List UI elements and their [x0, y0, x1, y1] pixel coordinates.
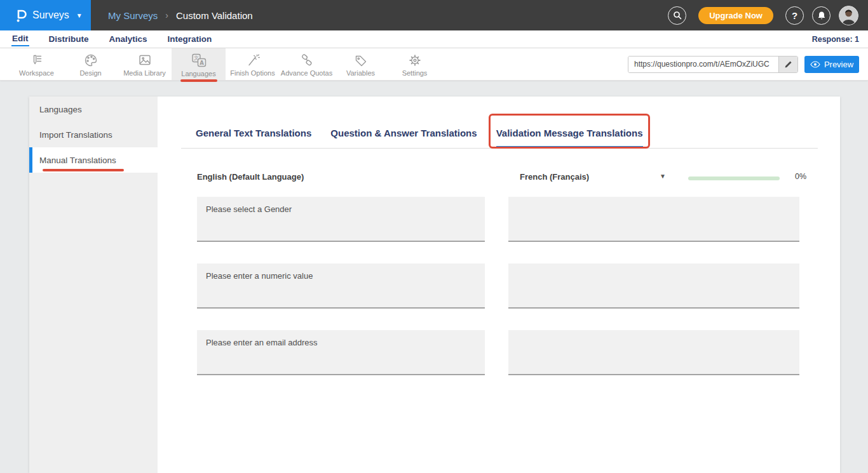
- chevron-down-icon[interactable]: ▼: [660, 173, 666, 180]
- survey-nav: Edit Distribute Analytics Integration Re…: [0, 30, 868, 48]
- search-button[interactable]: [668, 6, 686, 25]
- preview-label: Preview: [824, 60, 853, 69]
- preview-button[interactable]: Preview: [804, 56, 859, 73]
- toolbar-item-media-library[interactable]: Media Library: [118, 48, 172, 80]
- magic-wand-icon: [245, 53, 261, 67]
- tab-edit[interactable]: Edit: [11, 32, 29, 46]
- toolbar-item-label: Languages: [181, 70, 215, 77]
- sidebar-item-import-translations[interactable]: Import Translations: [29, 122, 158, 147]
- tab-general-text-translations[interactable]: General Text Translations: [196, 120, 311, 148]
- target-textarea-email[interactable]: [508, 330, 799, 375]
- toolbar-item-workspace[interactable]: Workspace: [10, 48, 64, 80]
- toolbar-item-label: Workspace: [19, 69, 54, 77]
- sidebar-item-label: Languages: [39, 105, 82, 114]
- image-icon: [137, 53, 153, 67]
- toolbar-item-design[interactable]: Design: [64, 48, 118, 80]
- translation-progress-bar: [688, 177, 780, 180]
- search-icon: [673, 11, 682, 20]
- upgrade-now-button[interactable]: Upgrade Now: [698, 7, 773, 24]
- target-textarea-gender[interactable]: [508, 197, 799, 242]
- toolbar-item-label: Variables: [346, 69, 375, 77]
- toolbar-item-label: Media Library: [123, 69, 166, 77]
- annotation-underline-languages: [180, 79, 217, 82]
- toolbar-item-label: Settings: [402, 69, 428, 77]
- sidebar-item-manual-translations[interactable]: Manual Translations: [29, 147, 158, 173]
- chevron-down-icon: ▼: [76, 12, 83, 19]
- languages-panel: Languages Import Translations Manual Tra…: [29, 97, 840, 473]
- translation-progress-percent: 0%: [795, 172, 806, 181]
- toolbar-item-variables[interactable]: Variables: [334, 48, 388, 80]
- survey-url-box: [628, 56, 798, 73]
- target-language-dropdown[interactable]: French (Français): [520, 172, 589, 182]
- top-header: Surveys ▼ My Surveys › Custom Validation…: [0, 0, 868, 30]
- source-language-header: English (Default Language): [197, 172, 304, 182]
- gear-icon: [407, 53, 423, 67]
- notifications-button[interactable]: [812, 6, 831, 25]
- app-menu[interactable]: Surveys ▼: [0, 0, 91, 30]
- sidebar-item-label: Import Translations: [39, 130, 112, 140]
- questionpro-logo-icon: [14, 7, 27, 23]
- eye-icon: [810, 61, 820, 68]
- user-photo-icon: [839, 6, 858, 25]
- response-count: Response: 1: [812, 35, 868, 44]
- app-menu-label: Surveys: [32, 10, 69, 21]
- translation-tabs: General Text Translations Question & Ans…: [181, 120, 818, 149]
- pencil-icon: [784, 60, 792, 69]
- toolbar-right: Preview: [628, 48, 868, 80]
- annotation-underline-manual-translations: [43, 169, 124, 171]
- tab-label: Validation Message Translations: [496, 128, 643, 138]
- workspace-icon: [29, 53, 44, 67]
- target-textarea-numeric[interactable]: [508, 263, 799, 309]
- tab-distribute[interactable]: Distribute: [48, 32, 90, 46]
- toolbar-item-settings[interactable]: Settings: [388, 48, 442, 80]
- edit-url-button[interactable]: [778, 57, 797, 72]
- edit-toolbar: Workspace Design Media Library 文 A Langu…: [0, 48, 868, 81]
- sidebar-item-label: Manual Translations: [39, 156, 116, 165]
- header-actions: Upgrade Now ?: [668, 0, 868, 30]
- help-button[interactable]: ?: [785, 6, 804, 25]
- help-icon: ?: [792, 10, 797, 21]
- survey-url-input[interactable]: [628, 57, 778, 72]
- page-title: Custom Validation: [176, 10, 253, 21]
- breadcrumb-parent-link[interactable]: My Surveys: [108, 10, 158, 21]
- translate-icon: 文 A: [191, 53, 207, 68]
- svg-text:A: A: [200, 59, 204, 65]
- toolbar-item-label: Advance Quotas: [281, 69, 332, 77]
- toolbar-item-finish-options[interactable]: Finish Options: [226, 48, 280, 80]
- tab-validation-message-translations[interactable]: Validation Message Translations: [496, 120, 643, 148]
- tab-question-answer-translations[interactable]: Question & Answer Translations: [330, 120, 477, 148]
- languages-sidebar: Languages Import Translations Manual Tra…: [29, 97, 158, 473]
- translations-content: General Text Translations Question & Ans…: [158, 97, 840, 473]
- toolbar-item-advance-quotas[interactable]: Advance Quotas: [280, 48, 334, 80]
- source-text-numeric: Please enter a numeric value: [197, 263, 485, 309]
- tab-analytics[interactable]: Analytics: [109, 32, 148, 46]
- tag-icon: [353, 53, 369, 67]
- palette-icon: [83, 53, 98, 67]
- tab-integration[interactable]: Integration: [167, 32, 213, 46]
- breadcrumb: My Surveys › Custom Validation: [91, 0, 253, 30]
- source-text-gender: Please select a Gender: [197, 197, 485, 242]
- avatar[interactable]: [839, 6, 858, 25]
- toolbar-item-languages[interactable]: 文 A Languages: [172, 48, 226, 80]
- chain-links-icon: [299, 53, 315, 67]
- breadcrumb-separator-icon: ›: [165, 10, 168, 20]
- source-text-email: Please enter an email address: [197, 330, 485, 375]
- toolbar-item-label: Finish Options: [230, 69, 275, 77]
- toolbar-item-label: Design: [79, 69, 101, 77]
- sidebar-item-languages[interactable]: Languages: [29, 97, 158, 122]
- bell-icon: [817, 11, 826, 20]
